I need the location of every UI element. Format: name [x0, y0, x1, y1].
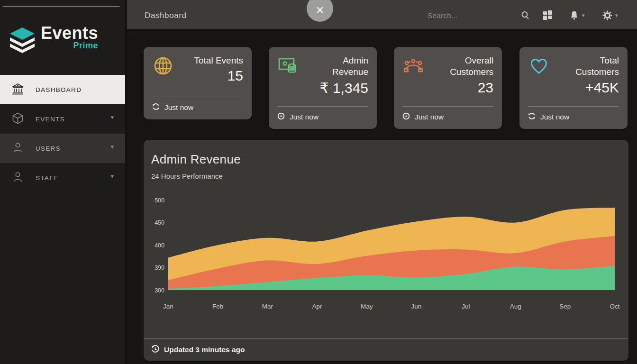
heart-icon	[528, 55, 550, 77]
chart-updated-text: Updated 3 minutes ago	[164, 346, 245, 354]
y-axis-tick: 450	[155, 219, 164, 226]
cube-icon	[11, 112, 24, 127]
x-axis-tick: Apr	[312, 303, 322, 310]
chart-footer: Updated 3 minutes ago	[144, 338, 628, 361]
logo-brand: Events	[41, 25, 98, 42]
sidebar-divider	[2, 6, 120, 7]
chevron-down-icon[interactable]: ▾	[582, 12, 585, 18]
sidebar: Events Prime DASHBOARD	[0, 0, 127, 364]
stat-card-total-customers[interactable]: Total Customers +45K Just now	[519, 47, 628, 129]
y-axis-tick: 390	[155, 264, 164, 271]
sidebar-item-dashboard[interactable]: DASHBOARD	[0, 75, 125, 104]
close-icon: ×	[316, 3, 324, 17]
main-content: Total Events 15 Just now	[127, 32, 637, 364]
stat-value: +45K	[556, 80, 619, 96]
stat-footer-text: Just now	[540, 113, 569, 121]
x-axis-tick: Feb	[212, 303, 223, 310]
stat-footer-text: Just now	[164, 103, 193, 112]
gear-icon[interactable]	[602, 10, 612, 22]
x-axis-tick: Sep	[559, 303, 571, 310]
stat-title: Total Events	[194, 55, 244, 66]
stat-card-admin-revenue[interactable]: Admin Revenue ₹ 1,345 Just now	[269, 47, 377, 129]
bell-icon[interactable]	[569, 10, 579, 22]
stat-value: 23	[431, 80, 493, 96]
y-axis-tick: 300	[155, 287, 164, 294]
bezier-icon	[402, 55, 424, 77]
chart-subtitle: 24 Hours Performance	[151, 172, 223, 180]
stat-title: Overall Customers	[431, 55, 493, 78]
stat-value: ₹ 1,345	[306, 80, 368, 96]
sidebar-item-label: DASHBOARD	[36, 86, 82, 93]
x-axis-tick: Mar	[262, 303, 273, 310]
layers-icon	[8, 25, 37, 56]
close-button[interactable]: ×	[307, 0, 333, 22]
user-icon	[11, 171, 24, 185]
stat-card-total-events[interactable]: Total Events 15 Just now	[144, 47, 252, 119]
x-axis-tick: May	[361, 303, 373, 310]
clock-icon	[277, 112, 290, 122]
chevron-down-icon[interactable]: ▾	[110, 173, 114, 180]
history-icon	[151, 345, 159, 355]
x-axis-tick: Aug	[510, 303, 521, 310]
sidebar-item-label: EVENTS	[36, 116, 65, 123]
sidebar-item-label: USERS	[36, 145, 61, 152]
app-logo: Events Prime	[8, 25, 98, 56]
stat-card-overall-customers[interactable]: Overall Customers 23 Just now	[394, 47, 502, 129]
y-axis-tick: 500	[155, 197, 164, 204]
chevron-down-icon[interactable]: ▾	[615, 12, 618, 18]
chevron-down-icon[interactable]: ▾	[110, 114, 114, 121]
stat-footer-text: Just now	[290, 113, 318, 121]
stat-title: Admin Revenue	[306, 55, 368, 78]
sidebar-item-label: STAFF	[36, 174, 58, 182]
refresh-icon	[528, 112, 540, 122]
sidebar-menu: DASHBOARD EVENTS ▾ USERS ▾	[0, 75, 125, 192]
stat-title: Total Customers	[556, 55, 619, 78]
search-icon[interactable]	[520, 10, 530, 22]
x-axis-tick: Jul	[462, 303, 470, 310]
sidebar-item-events[interactable]: EVENTS ▾	[0, 104, 125, 134]
x-axis-tick: Oct	[610, 303, 619, 310]
x-axis-tick: Jan	[163, 303, 173, 310]
money-icon	[277, 55, 299, 77]
y-axis-tick: 400	[155, 242, 164, 249]
area-chart[interactable]: 500450400390300JanFebMarAprMayJunJulAugS…	[150, 191, 624, 314]
sidebar-item-staff[interactable]: STAFF ▾	[0, 163, 125, 192]
sidebar-item-users[interactable]: USERS ▾	[0, 134, 125, 163]
user-icon	[11, 141, 24, 156]
page-title: Dashboard	[145, 11, 187, 20]
refresh-icon	[152, 103, 164, 112]
x-axis-tick: Jun	[411, 303, 421, 310]
revenue-chart-card: Admin Revenue 24 Hours Performance 50045…	[144, 140, 628, 361]
stat-footer-text: Just now	[415, 113, 444, 121]
chart-title: Admin Revenue	[151, 152, 241, 167]
apps-grid-icon[interactable]	[543, 10, 553, 22]
logo-text: Events Prime	[41, 25, 98, 51]
globe-icon	[152, 55, 174, 77]
chevron-down-icon[interactable]: ▾	[110, 143, 114, 150]
clock-icon	[402, 112, 415, 122]
search-input[interactable]: Search...	[428, 11, 458, 19]
bank-icon	[11, 82, 24, 97]
stat-value: 15	[194, 68, 244, 84]
topbar: Dashboard × Search... ▾	[127, 0, 637, 31]
